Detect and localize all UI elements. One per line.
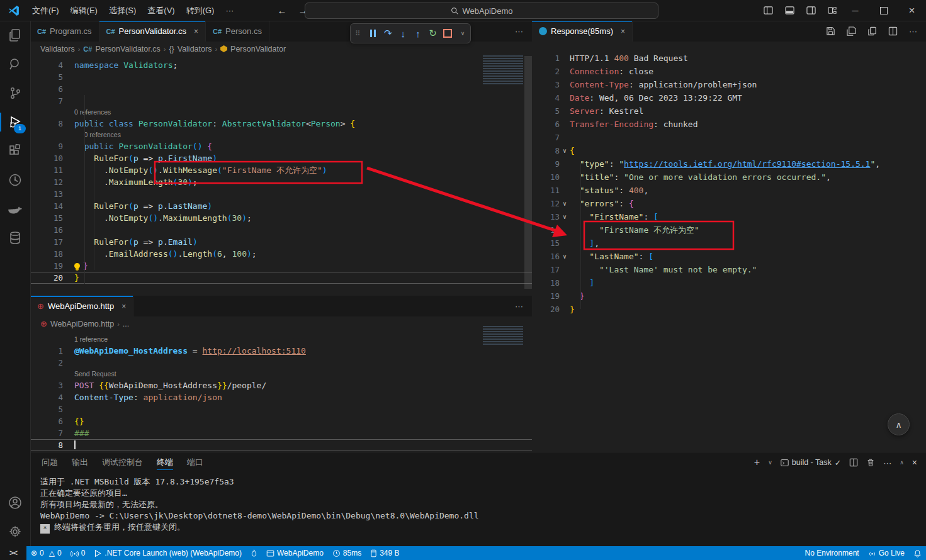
code-line[interactable]: 20}: [532, 303, 926, 316]
line-number[interactable]: 1: [30, 345, 63, 357]
line-number[interactable]: 8: [30, 439, 63, 451]
save-icon[interactable]: [826, 26, 835, 36]
line-number[interactable]: 9: [532, 157, 560, 171]
line-number[interactable]: 18: [30, 248, 63, 260]
split-terminal-icon[interactable]: [849, 458, 858, 467]
line-number[interactable]: 20: [30, 272, 63, 284]
panel-tab-调试控制台[interactable]: 调试控制台: [102, 452, 143, 473]
line-number[interactable]: 3: [532, 78, 560, 91]
lightbulb-icon[interactable]: [74, 263, 80, 269]
code-line[interactable]: 8∨{: [532, 144, 926, 157]
line-number[interactable]: 11: [30, 164, 63, 176]
minimap[interactable]: [483, 55, 523, 84]
more-actions-icon[interactable]: ···: [909, 26, 917, 36]
code-line[interactable]: 5: [30, 71, 532, 83]
line-number[interactable]: 6: [30, 415, 63, 427]
copy-response-icon[interactable]: [867, 26, 877, 36]
code-line[interactable]: 10 RuleFor(p => p.FirstName): [30, 152, 532, 164]
line-number[interactable]: 4: [30, 59, 63, 71]
menu-edit[interactable]: 编辑(E): [65, 4, 103, 18]
code-line[interactable]: 6Transfer-Encoding: chunked: [532, 118, 926, 131]
line-number[interactable]: 19: [532, 289, 560, 303]
code-line[interactable]: 10 "title": "One or more validation erro…: [532, 171, 926, 184]
pause-button[interactable]: [367, 27, 380, 40]
line-number[interactable]: 9: [30, 140, 63, 152]
split-editor-icon[interactable]: [888, 26, 898, 36]
minimap[interactable]: [483, 326, 523, 345]
menu-more[interactable]: ···: [220, 4, 239, 18]
project-status[interactable]: WebApiDemo: [262, 546, 328, 560]
line-number[interactable]: 3: [30, 379, 63, 391]
maximize-panel-icon[interactable]: ∧: [900, 459, 904, 466]
code-line[interactable]: 13∨ "FirstName": [: [532, 210, 926, 223]
line-number[interactable]: 13: [532, 210, 560, 223]
line-number[interactable]: 12: [532, 197, 560, 210]
terminal-task-item[interactable]: build - Task ✓: [781, 458, 841, 468]
command-center-search[interactable]: WebApiDemo: [305, 3, 658, 19]
line-number[interactable]: 6: [30, 83, 63, 95]
code-line[interactable]: 7: [532, 131, 926, 144]
line-number[interactable]: 14: [30, 200, 63, 212]
code-line[interactable]: 11 "status": 400,: [532, 184, 926, 197]
settings-gear-icon[interactable]: [0, 517, 30, 546]
chevron-down-icon[interactable]: ∨: [456, 27, 469, 40]
line-number[interactable]: 18: [532, 276, 560, 289]
code-line[interactable]: 20}: [30, 272, 532, 284]
code-line[interactable]: 2: [30, 357, 532, 369]
line-number[interactable]: 2: [30, 357, 63, 369]
close-tab-icon[interactable]: ×: [621, 27, 625, 36]
kill-terminal-icon[interactable]: [866, 458, 875, 467]
line-number[interactable]: 12: [30, 176, 63, 188]
menu-goto[interactable]: 转到(G): [181, 4, 220, 18]
fold-chevron-icon[interactable]: ∨: [560, 250, 570, 263]
breadcrumb-file[interactable]: WebApiDemo.http: [50, 320, 114, 328]
terminal-output[interactable]: 适用于 .NET MSBuild 版本 17.8.3+195e7f5a3 正在确…: [30, 473, 926, 534]
code-line[interactable]: 7###: [30, 427, 532, 439]
hot-reload-status[interactable]: [246, 546, 262, 560]
customize-layout-icon[interactable]: [823, 3, 841, 18]
line-number[interactable]: 14: [532, 223, 560, 237]
code-line[interactable]: 9 public PersonValidator() {: [30, 140, 532, 152]
tab-person-cs[interactable]: C# Person.cs: [206, 21, 269, 42]
breadcrumb-more[interactable]: ...: [123, 320, 129, 328]
code-line[interactable]: 12∨ "errors": {: [532, 197, 926, 210]
database-icon[interactable]: [0, 223, 30, 252]
line-number[interactable]: 17: [30, 236, 63, 248]
line-number[interactable]: 10: [30, 152, 63, 164]
step-over-button[interactable]: ↷: [381, 27, 394, 40]
response-size-status[interactable]: 349 B: [366, 546, 404, 560]
code-line[interactable]: 16∨ "LastName": [: [532, 250, 926, 263]
close-button[interactable]: ×: [898, 0, 926, 21]
line-number[interactable]: 2: [532, 65, 560, 78]
run-and-debug-icon[interactable]: 1: [0, 108, 30, 137]
tab-response[interactable]: Response(85ms) ×: [532, 21, 633, 42]
code-line[interactable]: 3Content-Type: application/problem+json: [532, 78, 926, 91]
breadcrumb-file[interactable]: PersonValidator.cs: [95, 45, 160, 53]
problems-status[interactable]: ⊗0 △0: [26, 546, 66, 560]
menu-file[interactable]: 文件(F): [26, 4, 65, 18]
fold-chevron-icon[interactable]: ∨: [560, 144, 570, 157]
editor-more-actions-icon[interactable]: ···: [515, 26, 523, 36]
line-number[interactable]: 1: [532, 52, 560, 65]
line-number[interactable]: 6: [532, 118, 560, 131]
code-line[interactable]: 13: [30, 188, 532, 200]
code-line[interactable]: 11 .NotEmpty().WithMessage("FirstName 不允…: [30, 164, 532, 176]
line-number[interactable]: 5: [532, 104, 560, 118]
editor-more-actions-icon[interactable]: ···: [515, 301, 523, 311]
response-editor[interactable]: 1HTTP/1.1 400 Bad Request2Connection: cl…: [532, 42, 926, 316]
code-line[interactable]: 4Content-Type: application/json: [30, 391, 532, 403]
terminal-dropdown-icon[interactable]: ∨: [768, 459, 772, 466]
line-number[interactable]: 13: [30, 188, 63, 200]
toggle-secondary-sidebar-icon[interactable]: [802, 3, 820, 18]
search-sidebar-icon[interactable]: [0, 50, 30, 79]
step-out-button[interactable]: ↑: [412, 27, 424, 40]
response-time-status[interactable]: 85ms: [328, 546, 366, 560]
codelens-link[interactable]: Send Request: [30, 369, 532, 379]
code-line[interactable]: 6{}: [30, 415, 532, 427]
code-line[interactable]: 14 "FirstName 不允许为空": [532, 223, 926, 237]
code-line[interactable]: 8public class PersonValidator: AbstractV…: [30, 118, 532, 130]
close-tab-icon[interactable]: ×: [121, 302, 126, 311]
line-number[interactable]: 10: [532, 171, 560, 184]
fold-chevron-icon[interactable]: ∨: [560, 210, 570, 223]
close-panel-icon[interactable]: ×: [912, 457, 917, 468]
